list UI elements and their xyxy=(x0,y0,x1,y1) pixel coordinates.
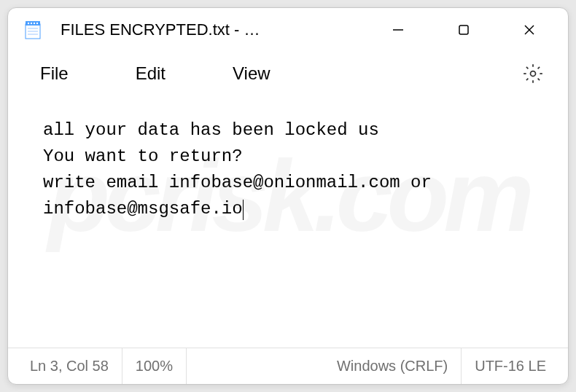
menubar: File Edit View xyxy=(8,52,568,95)
close-icon xyxy=(523,23,536,36)
svg-point-2 xyxy=(28,23,29,24)
svg-point-13 xyxy=(531,71,536,77)
maximize-icon xyxy=(458,24,470,36)
gear-icon xyxy=(523,63,543,84)
window-title: FILES ENCRYPTED.txt - … xyxy=(61,20,365,39)
maximize-button[interactable] xyxy=(431,9,497,50)
window-controls xyxy=(365,9,562,50)
menu-view[interactable]: View xyxy=(221,58,282,90)
status-zoom[interactable]: 100% xyxy=(122,348,187,384)
svg-point-3 xyxy=(31,23,32,24)
minimize-button[interactable] xyxy=(365,9,431,50)
close-button[interactable] xyxy=(497,9,562,50)
titlebar: FILES ENCRYPTED.txt - … xyxy=(8,8,568,52)
menu-edit[interactable]: Edit xyxy=(124,58,177,90)
menu-file[interactable]: File xyxy=(28,58,80,90)
notepad-window: FILES ENCRYPTED.txt - … File Edit xyxy=(7,7,569,385)
text-cursor xyxy=(243,200,244,220)
svg-point-4 xyxy=(34,23,35,24)
settings-button[interactable] xyxy=(518,59,548,88)
svg-point-5 xyxy=(36,23,38,24)
status-encoding[interactable]: UTF-16 LE xyxy=(462,348,559,384)
status-position[interactable]: Ln 3, Col 58 xyxy=(17,348,122,384)
svg-rect-10 xyxy=(459,26,468,34)
statusbar: Ln 3, Col 58 100% Windows (CRLF) UTF-16 … xyxy=(8,348,568,384)
minimize-icon xyxy=(392,23,405,36)
status-line-ending[interactable]: Windows (CRLF) xyxy=(324,348,462,384)
notepad-icon xyxy=(23,20,43,40)
text-content-area[interactable]: all your data has been locked us You wan… xyxy=(8,95,568,348)
